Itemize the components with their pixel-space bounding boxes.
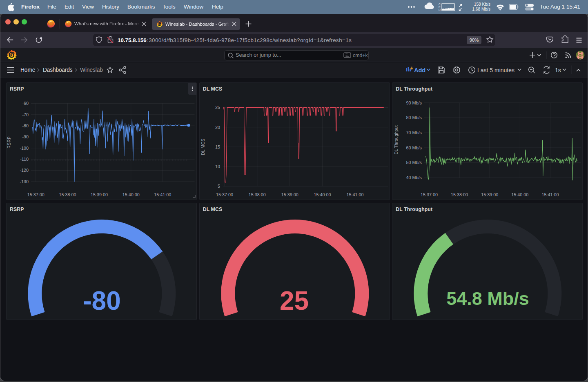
svg-text:Home: Home	[20, 67, 36, 73]
svg-text:RSRP: RSRP	[7, 136, 11, 149]
svg-text:15:41:00: 15:41:00	[542, 192, 559, 197]
svg-text:-120: -120	[20, 168, 29, 173]
svg-text:-70: -70	[22, 112, 29, 117]
svg-text:15:37:00: 15:37:00	[421, 192, 438, 197]
svg-text:25: 25	[215, 105, 220, 110]
svg-text:1.68 Mb/s: 1.68 Mb/s	[472, 7, 490, 11]
svg-text:1s: 1s	[555, 67, 561, 73]
svg-text:15:40:00: 15:40:00	[314, 192, 331, 197]
svg-text:DL Throughput: DL Throughput	[394, 125, 399, 154]
svg-text:Wineslab: Wineslab	[80, 67, 103, 73]
svg-text:20: 20	[215, 125, 220, 130]
svg-text:40 Mb/s: 40 Mb/s	[406, 175, 422, 180]
svg-text:15:38:00: 15:38:00	[59, 192, 76, 197]
svg-text:-130: -130	[20, 179, 29, 184]
svg-text:-90: -90	[22, 134, 29, 139]
svg-text:25: 25	[280, 286, 309, 315]
svg-text:10: 10	[215, 164, 220, 169]
svg-text:-80: -80	[22, 123, 29, 128]
svg-text:15:39:00: 15:39:00	[481, 192, 498, 197]
svg-text:-80: -80	[83, 286, 121, 315]
svg-text:15:40:00: 15:40:00	[122, 192, 140, 197]
svg-text:54.8 Mb/s: 54.8 Mb/s	[447, 288, 530, 309]
svg-text:15: 15	[215, 144, 220, 149]
svg-text:80 Mb/s: 80 Mb/s	[406, 115, 422, 120]
svg-text:15:38:00: 15:38:00	[451, 192, 468, 197]
svg-text:15:39:00: 15:39:00	[281, 192, 298, 197]
svg-text:P: P	[439, 6, 440, 9]
svg-text:-60: -60	[22, 101, 29, 106]
svg-text:50 Mb/s: 50 Mb/s	[406, 160, 422, 165]
svg-text:15:40:00: 15:40:00	[512, 192, 529, 197]
svg-text:15:37:00: 15:37:00	[27, 192, 45, 197]
svg-text:Search or jump to...: Search or jump to...	[236, 52, 281, 58]
svg-text:15:39:00: 15:39:00	[91, 192, 108, 197]
svg-text:90%: 90%	[470, 38, 479, 42]
svg-text:5: 5	[218, 184, 220, 189]
svg-text:15:41:00: 15:41:00	[154, 192, 171, 197]
svg-text::3000/d/fb315f9b-425f-4da6-978: :3000/d/fb315f9b-425f-4da6-978e-17f5cb1c…	[147, 37, 352, 43]
svg-text:cmd+k: cmd+k	[353, 53, 368, 58]
svg-text:-100: -100	[20, 146, 29, 151]
svg-text:15:41:00: 15:41:00	[346, 192, 363, 197]
svg-text:90 Mb/s: 90 Mb/s	[406, 100, 422, 105]
svg-text:158 Kb/s: 158 Kb/s	[474, 2, 490, 7]
svg-text:15:37:00: 15:37:00	[216, 192, 233, 197]
svg-text:U: U	[439, 9, 441, 11]
svg-text:Add: Add	[414, 67, 425, 73]
svg-text:Dashboards: Dashboards	[43, 67, 73, 73]
svg-text:10.75.8.156: 10.75.8.156	[118, 37, 147, 43]
svg-text:15:38:00: 15:38:00	[248, 192, 265, 197]
svg-text:60 Mb/s: 60 Mb/s	[406, 145, 422, 150]
svg-text:70 Mb/s: 70 Mb/s	[406, 130, 422, 135]
svg-text:-110: -110	[20, 157, 29, 162]
svg-text:C: C	[439, 3, 441, 6]
svg-text:Last 5 minutes: Last 5 minutes	[477, 67, 514, 73]
svg-text:DL MCS: DL MCS	[200, 139, 205, 155]
